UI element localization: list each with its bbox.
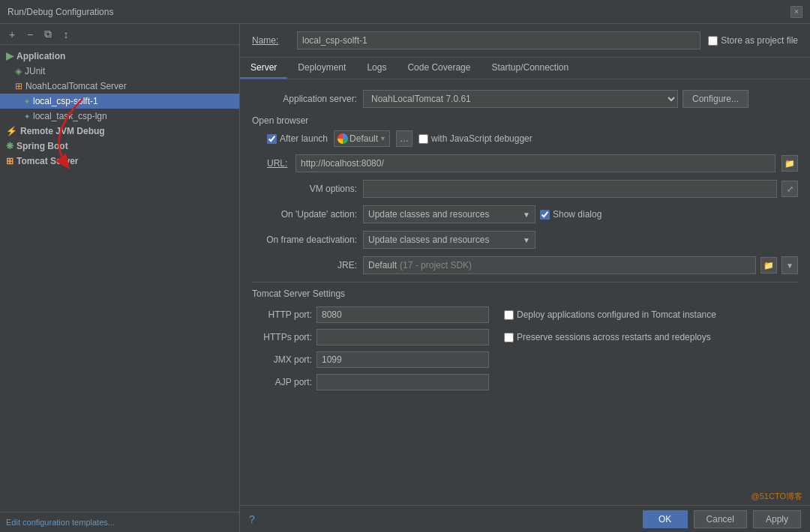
sidebar-item-label: Tomcat Server bbox=[16, 156, 78, 166]
jmx-port-left: JMX port: bbox=[252, 351, 492, 368]
tomcat-settings-title: Tomcat Server Settings bbox=[252, 288, 798, 299]
edit-templates-link[interactable]: Edit configuration templates... bbox=[6, 518, 115, 527]
name-label: Name: bbox=[252, 35, 290, 46]
cancel-button[interactable]: Cancel bbox=[694, 510, 747, 528]
jre-label: JRE: bbox=[252, 260, 357, 270]
jre-display[interactable]: Default (17 - project SDK) bbox=[363, 256, 756, 274]
after-launch-label[interactable]: After launch bbox=[267, 133, 328, 144]
jre-row: JRE: Default (17 - project SDK) 📁 ▼ bbox=[252, 256, 798, 274]
apply-button[interactable]: Apply bbox=[753, 510, 801, 528]
sidebar-footer[interactable]: Edit configuration templates... bbox=[0, 512, 239, 532]
sidebar-item-label: NoahLocalTomcat Server bbox=[26, 81, 127, 91]
app-server-select[interactable]: NoahLocalTomcat 7.0.61 bbox=[363, 90, 678, 108]
copy-config-button[interactable]: ⧉ bbox=[40, 27, 56, 42]
sidebar-item-label: Application bbox=[16, 51, 65, 61]
jre-folder-button[interactable]: 📁 bbox=[760, 257, 777, 273]
close-button[interactable]: × bbox=[790, 6, 802, 18]
show-dialog-checkbox[interactable] bbox=[540, 210, 550, 220]
vm-options-input[interactable] bbox=[363, 180, 777, 198]
url-folder-button[interactable]: 📁 bbox=[782, 155, 798, 172]
ajp-port-row: AJP port: bbox=[252, 374, 798, 390]
sidebar-item-junit[interactable]: ◈ JUnit bbox=[0, 64, 239, 79]
sort-config-button[interactable]: ↕ bbox=[58, 27, 74, 42]
preserve-sessions-checkbox[interactable] bbox=[504, 333, 514, 342]
sidebar-item-label: Spring Boot bbox=[16, 141, 68, 151]
leaf-icon2: ✦ bbox=[24, 112, 30, 121]
chrome-icon bbox=[338, 133, 348, 144]
http-port-input[interactable] bbox=[316, 306, 489, 323]
sidebar-toolbar: + − ⧉ ↕ bbox=[0, 24, 239, 45]
https-port-label: HTTPs port: bbox=[252, 332, 312, 342]
on-update-label: On 'Update' action: bbox=[252, 209, 357, 220]
deploy-tomcat-label[interactable]: Deploy applications configured in Tomcat… bbox=[504, 309, 716, 320]
sidebar-item-spring-boot[interactable]: ❋ Spring Boot bbox=[0, 139, 239, 154]
http-port-label: HTTP port: bbox=[252, 309, 312, 320]
ok-button[interactable]: OK bbox=[643, 510, 688, 528]
https-port-input[interactable] bbox=[316, 329, 489, 345]
add-config-button[interactable]: + bbox=[4, 27, 20, 42]
jre-default-text: Default bbox=[368, 260, 397, 270]
app-server-label: Application server: bbox=[252, 94, 357, 104]
sidebar-item-application[interactable]: ▶ Application bbox=[0, 48, 239, 64]
js-debugger-label[interactable]: with JavaScript debugger bbox=[418, 133, 532, 144]
help-button[interactable]: ? bbox=[249, 513, 255, 525]
spring-icon: ❋ bbox=[6, 141, 14, 151]
open-browser-section: Open browser After launch Default ▼ … w bbox=[252, 115, 798, 147]
jre-hint-text: (17 - project SDK) bbox=[400, 260, 472, 270]
after-launch-checkbox[interactable] bbox=[267, 134, 277, 144]
window-title: Run/Debug Configurations bbox=[8, 7, 113, 17]
jmx-port-label: JMX port: bbox=[252, 354, 312, 365]
browser-ellipsis-button[interactable]: … bbox=[396, 130, 412, 147]
https-port-left: HTTPs port: bbox=[252, 329, 492, 345]
ajp-port-input[interactable] bbox=[316, 374, 489, 390]
tab-logs[interactable]: Logs bbox=[356, 58, 397, 79]
vm-expand-button[interactable]: ⤢ bbox=[782, 181, 798, 197]
tab-code-coverage[interactable]: Code Coverage bbox=[397, 58, 481, 79]
preserve-sessions-label[interactable]: Preserve sessions across restarts and re… bbox=[504, 332, 711, 342]
sidebar-item-noahlocaltomcat[interactable]: ⊞ NoahLocalTomcat Server bbox=[0, 79, 239, 94]
deploy-tomcat-checkbox[interactable] bbox=[504, 310, 514, 320]
store-as-project-checkbox[interactable] bbox=[708, 36, 718, 46]
http-port-row: HTTP port: Deploy applications configure… bbox=[252, 306, 798, 323]
url-input[interactable] bbox=[296, 154, 776, 172]
on-frame-select[interactable]: Update classes and resources ▼ bbox=[363, 231, 536, 249]
http-port-left: HTTP port: bbox=[252, 306, 492, 323]
url-row: URL: 📁 bbox=[267, 154, 798, 172]
jmx-port-input[interactable] bbox=[316, 351, 489, 368]
browser-select[interactable]: Default ▼ bbox=[334, 130, 390, 147]
store-as-project-label: Store as project file bbox=[721, 35, 798, 46]
bottom-bar: ? OK Cancel Apply bbox=[240, 505, 810, 532]
store-as-project-area: Store as project file bbox=[708, 35, 798, 46]
http-port-right: Deploy applications configured in Tomcat… bbox=[504, 309, 716, 320]
tab-server[interactable]: Server bbox=[240, 58, 287, 79]
sidebar-item-local-csp-solft-1[interactable]: ✦ local_csp-solft-1 bbox=[0, 94, 239, 109]
tomcat-icon: ⊞ bbox=[15, 81, 22, 91]
vm-options-row: VM options: ⤢ bbox=[252, 180, 798, 198]
tab-startup-connection[interactable]: Startup/Connection bbox=[481, 58, 579, 79]
content-area: Application server: NoahLocalTomcat 7.0.… bbox=[240, 79, 810, 505]
on-frame-controls: Update classes and resources ▼ bbox=[363, 231, 798, 249]
name-input[interactable] bbox=[297, 31, 700, 49]
sidebar-item-tomcat-server[interactable]: ⊞ Tomcat Server bbox=[0, 154, 239, 169]
ajp-port-label: AJP port: bbox=[252, 377, 312, 387]
sidebar-item-remote-jvm[interactable]: ⚡ Remote JVM Debug bbox=[0, 124, 239, 139]
jmx-port-row: JMX port: bbox=[252, 351, 798, 368]
jre-dropdown-button[interactable]: ▼ bbox=[782, 256, 798, 274]
app-server-row: Application server: NoahLocalTomcat 7.0.… bbox=[252, 90, 798, 108]
sidebar-tree: ▶ Application ◈ JUnit ⊞ NoahLocalTomcat … bbox=[0, 45, 239, 512]
on-update-row: On 'Update' action: Update classes and r… bbox=[252, 205, 798, 223]
sidebar-item-local-task-csp-lgn[interactable]: ✦ local_task_csp-lgn bbox=[0, 109, 239, 124]
js-debugger-checkbox[interactable] bbox=[418, 134, 428, 144]
vm-options-controls: ⤢ bbox=[363, 180, 798, 198]
main-container: + − ⧉ ↕ ▶ Application ◈ JUnit ⊞ NoahLoca… bbox=[0, 24, 810, 532]
on-update-arrow: ▼ bbox=[523, 211, 530, 219]
sidebar-item-label: local_task_csp-lgn bbox=[33, 111, 107, 121]
tab-deployment[interactable]: Deployment bbox=[287, 58, 356, 79]
on-update-select[interactable]: Update classes and resources ▼ bbox=[363, 205, 536, 223]
configure-button[interactable]: Configure... bbox=[682, 90, 748, 108]
remove-config-button[interactable]: − bbox=[22, 27, 38, 42]
show-dialog-label[interactable]: Show dialog bbox=[540, 209, 602, 220]
name-row: Name: Store as project file bbox=[240, 24, 810, 58]
on-frame-label: On frame deactivation: bbox=[252, 235, 357, 245]
window-controls[interactable]: × bbox=[790, 6, 802, 18]
